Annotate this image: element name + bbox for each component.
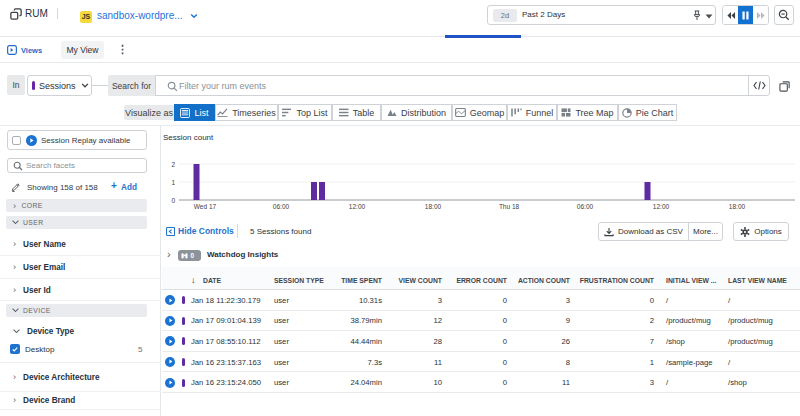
svg-text:0: 0 <box>171 197 175 204</box>
svg-text:Wed 17: Wed 17 <box>194 203 217 210</box>
svg-text:1: 1 <box>171 179 175 186</box>
svg-text:06:00: 06:00 <box>577 203 594 210</box>
svg-text:18:00: 18:00 <box>729 203 746 210</box>
svg-text:18:00: 18:00 <box>425 203 442 210</box>
svg-text:12:00: 12:00 <box>653 203 670 210</box>
svg-text:Thu 18: Thu 18 <box>499 203 520 210</box>
svg-text:06:00: 06:00 <box>273 203 290 210</box>
svg-text:12:00: 12:00 <box>349 203 366 210</box>
svg-text:2: 2 <box>171 161 175 168</box>
